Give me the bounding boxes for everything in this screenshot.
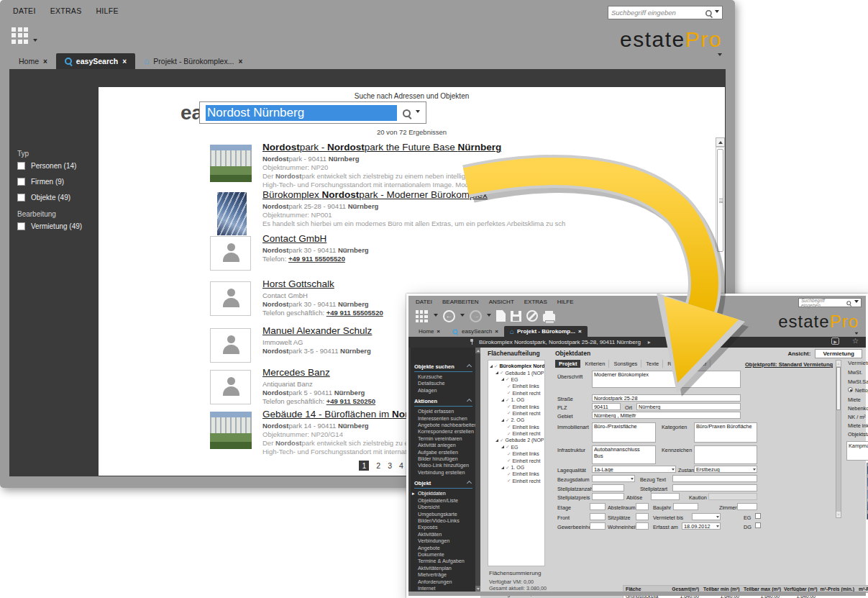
chevron-down-icon[interactable]: [460, 314, 465, 319]
phone-link[interactable]: +49 911 55505520: [326, 309, 383, 317]
sidebar-section-aktionen[interactable]: Aktionen: [414, 398, 472, 407]
scrollbar-thumb[interactable]: [836, 367, 841, 410]
close-tab-icon[interactable]: ×: [578, 328, 582, 335]
menu-item-datei[interactable]: DATEI: [13, 6, 36, 15]
collapse-icon[interactable]: [467, 481, 472, 486]
expander-icon[interactable]: [490, 365, 493, 368]
tree-node-eg[interactable]: ✓EG: [488, 444, 544, 450]
front-input[interactable]: [590, 513, 606, 520]
eg-checkbox[interactable]: [755, 513, 761, 519]
expander-icon[interactable]: [501, 399, 504, 402]
sidebar-item-objekt-erfassen[interactable]: Objekt erfassen: [411, 408, 475, 414]
lagequalitaet-select[interactable]: 1a-Lage: [592, 466, 676, 473]
stellplatzart-input[interactable]: [672, 484, 757, 491]
sidebar-item-video-link-hinzufügen[interactable]: Video-Link hinzufügen: [411, 462, 475, 468]
tab-easysearch[interactable]: easySearch×: [56, 53, 135, 69]
building-photo[interactable]: [210, 145, 252, 182]
scrollbar-thumb[interactable]: [717, 149, 723, 252]
expander-icon[interactable]: [495, 371, 498, 374]
slideshow-icon[interactable]: ▶: [831, 337, 839, 345]
checkbox-icon[interactable]: [17, 162, 25, 170]
sidebar-item-ablagen[interactable]: Ablagen: [411, 387, 475, 394]
sidebar-item-übersicht[interactable]: Übersicht: [411, 504, 475, 510]
kategorien-input[interactable]: Büro/Praxen Bürofläche: [694, 422, 757, 443]
kennzeichen-input[interactable]: [694, 445, 757, 464]
baujahr-input[interactable]: [673, 503, 698, 510]
page-link-4[interactable]: 4: [399, 461, 403, 470]
cancel-button[interactable]: [526, 310, 538, 322]
person-icon[interactable]: [210, 328, 251, 363]
checkbox-icon[interactable]: [17, 194, 25, 201]
filter-option-vermietung-49[interactable]: Vermietung (49): [17, 222, 100, 230]
person-icon[interactable]: [210, 281, 251, 316]
expander-icon[interactable]: [501, 445, 504, 448]
sidebar-scrollbar[interactable]: [475, 348, 480, 592]
app-grid-button[interactable]: [416, 309, 429, 322]
tree-node-einheit-links[interactable]: ✓Einheit links: [488, 424, 544, 430]
form-scrollbar[interactable]: [836, 360, 841, 518]
checkbox-icon[interactable]: [17, 222, 25, 230]
etage-input[interactable]: [590, 503, 606, 510]
scroll-down-button[interactable]: [836, 512, 841, 517]
scroll-up-button[interactable]: [475, 348, 480, 353]
chevron-down-icon[interactable]: [855, 332, 859, 337]
tab-projekt-bürokomplex[interactable]: ⌂Projekt - Bürokomplex...×: [135, 53, 251, 69]
sidebar-item-anforderungen[interactable]: Anforderungen: [411, 579, 475, 585]
vermietet-bis-select[interactable]: [692, 513, 721, 520]
objektprofil-link[interactable]: Objektprofil: Standard Vermietung: [745, 361, 833, 368]
tree-node-einheit-links[interactable]: ✓Einheit links: [488, 450, 544, 457]
abloese-input[interactable]: [651, 493, 680, 500]
close-tab-icon[interactable]: ×: [238, 58, 242, 65]
abstellraum-input[interactable]: [636, 503, 649, 510]
close-tab-icon[interactable]: ×: [122, 58, 127, 65]
form-tab-kriterien[interactable]: Kriterien: [581, 360, 609, 368]
scroll-up-button[interactable]: [716, 137, 725, 147]
chevron-down-icon[interactable]: [33, 39, 37, 44]
sidebar-item-termin-vereinbaren[interactable]: Termin vereinbaren: [411, 435, 475, 442]
tree-node-einheit-recht[interactable]: ✓Einheit recht: [488, 410, 544, 417]
phone-link[interactable]: +49 911 520250: [326, 397, 375, 405]
tab-projekt-bürokomp[interactable]: ⌂Projekt - Bürokomp...×: [504, 326, 588, 337]
sidebar-item-dokumente[interactable]: Dokumente: [411, 551, 475, 558]
sidebar-item-bilder-video-links[interactable]: Bilder/Video-Links: [411, 517, 475, 524]
zustand-select[interactable]: Erstbezug: [694, 466, 757, 473]
gebiet-input[interactable]: Nürnberg , Mittelfr: [592, 412, 741, 419]
menu-item-hilfe[interactable]: HILFE: [557, 299, 574, 305]
print-button[interactable]: [543, 314, 555, 322]
form-tab-texte[interactable]: Texte: [642, 360, 663, 368]
sidebar-item-internet[interactable]: Internet: [411, 585, 475, 592]
kaution-input[interactable]: [708, 493, 757, 500]
page-link-3[interactable]: 3: [388, 461, 392, 470]
sidebar-item-bilder-hinzufügen[interactable]: Bilder hinzufügen: [411, 456, 475, 462]
sitzplaetze-input[interactable]: [636, 513, 649, 520]
tree-node-einheit-recht[interactable]: ✓Einheit recht: [488, 478, 544, 484]
building-photo[interactable]: [210, 412, 252, 449]
chevron-down-icon[interactable]: [718, 53, 722, 58]
global-search-input[interactable]: Suchbegriff eingeben: [798, 298, 862, 307]
gewerbeeinheiten-input[interactable]: [590, 522, 606, 530]
checkbox-icon[interactable]: [17, 178, 25, 186]
close-tab-icon[interactable]: ×: [495, 328, 498, 335]
view-value-button[interactable]: Vermietung: [815, 349, 862, 358]
phone-link[interactable]: +49 911 55505520: [288, 255, 345, 263]
expander-icon[interactable]: [501, 378, 504, 381]
pin-icon[interactable]: [469, 339, 474, 344]
search-icon[interactable]: [846, 301, 851, 305]
collapse-icon[interactable]: [467, 364, 472, 369]
tree-node-einheit-links[interactable]: ✓Einheit links: [488, 383, 544, 389]
sidebar-item-aktivität-anlegen[interactable]: Aktivität anlegen: [411, 442, 475, 448]
tab-home[interactable]: Home×: [10, 53, 56, 69]
sidebar-item-umgebungskarte[interactable]: Umgebungskarte: [411, 511, 475, 517]
result-title-link[interactable]: Nordostpark - Nordostpark the Future Bas…: [262, 143, 701, 152]
sidebar-item-verbindungen[interactable]: Verbindungen: [411, 538, 475, 544]
tree-node-einheit-recht[interactable]: ✓Einheit recht: [488, 390, 544, 397]
tree-node-einheit-links[interactable]: ✓Einheit links: [488, 471, 544, 477]
sidebar-item-detailsuche[interactable]: Detailsuche: [411, 380, 475, 386]
close-tab-icon[interactable]: ×: [43, 58, 47, 65]
menu-item-hilfe[interactable]: HILFE: [96, 6, 118, 15]
chevron-down-icon[interactable]: [854, 300, 859, 305]
result-title-link[interactable]: Horst Gottschalk: [262, 280, 701, 289]
sidebar-item-aktivitätenplan[interactable]: Aktivitätenplan: [411, 565, 475, 571]
menu-item-ansicht[interactable]: ANSICHT: [489, 299, 514, 305]
ort-input[interactable]: Nürnberg: [636, 403, 741, 410]
